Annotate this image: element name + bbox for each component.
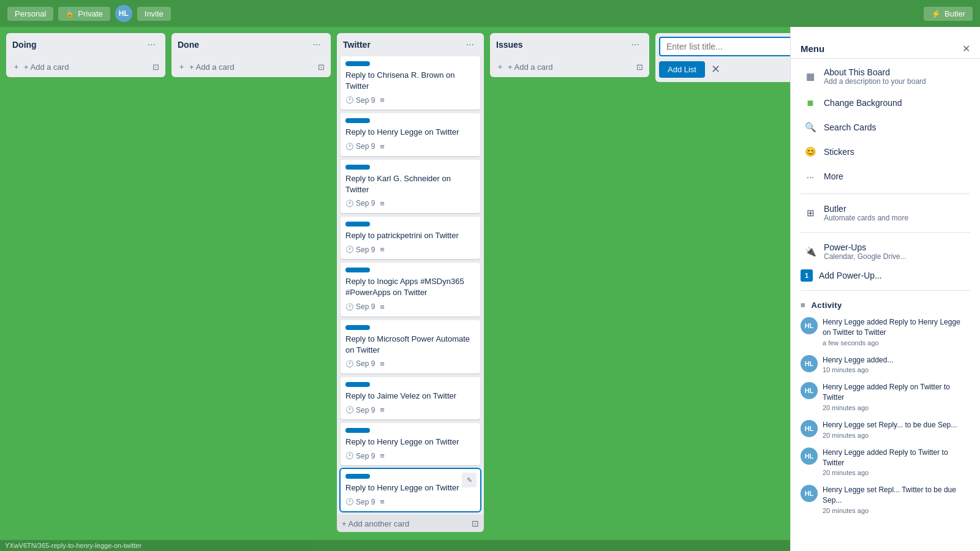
add-list-button[interactable]: Add List: [659, 61, 705, 78]
card-label: [345, 382, 370, 387]
power-ups-subtitle: Calendar, Google Drive...: [824, 252, 907, 261]
activity-heading: ≡ Activity: [791, 296, 980, 312]
card-date: 🕐 Sep 9: [345, 452, 375, 460]
power-up-badge: 1: [801, 269, 813, 282]
activity-time-2: 20 minutes ago: [823, 404, 970, 411]
activity-time-4: 20 minutes ago: [823, 469, 970, 476]
card-c6[interactable]: Reply to Microsoft Power Automate on Twi…: [341, 320, 480, 373]
activity-avatar-2: HL: [801, 382, 818, 399]
stickers-icon: 😊: [803, 144, 818, 159]
add-card-issues[interactable]: ＋ + Add a card ⊡: [490, 56, 649, 77]
list-menu-issues[interactable]: ···: [628, 38, 643, 51]
card-desc-icon: ≡: [380, 405, 385, 414]
card-desc-icon: ≡: [380, 359, 385, 369]
topbar-right: ⚡ Butler: [924, 7, 973, 21]
invite-button[interactable]: Invite: [137, 7, 171, 21]
card-meta: 🕐 Sep 9 ≡: [345, 199, 475, 208]
power-ups-icon: 🔌: [803, 244, 818, 259]
sidebar-butler[interactable]: ⊞ Butler Automate cards and more: [793, 199, 978, 227]
card-c5[interactable]: Reply to Inogic Apps #MSDyn365 #PowerApp…: [341, 263, 480, 316]
list-title-doing: Doing: [12, 40, 37, 50]
activity-avatar-5: HL: [801, 485, 818, 502]
sidebar-power-ups[interactable]: 🔌 Power-Ups Calendar, Google Drive...: [793, 238, 978, 266]
template-icon-issues: ⊡: [636, 62, 643, 72]
template-icon-done: ⊡: [318, 62, 325, 72]
sidebar-more[interactable]: ··· More: [793, 164, 978, 189]
about-text: About This Board Add a description to yo…: [824, 67, 926, 86]
card-date: 🕐 Sep 9: [345, 302, 375, 311]
list-menu-twitter[interactable]: ···: [462, 38, 478, 51]
activity-time-0: a few seconds ago: [823, 339, 970, 347]
card-edit-button[interactable]: ✎: [462, 473, 477, 487]
archive-icon-twitter: ⊡: [472, 519, 479, 528]
sidebar-change-background[interactable]: ■ Change Background: [793, 91, 978, 115]
activity-text-2: Henry Legge added Reply on Twitter to Tw…: [823, 382, 970, 403]
card-title: Reply to Microsoft Power Automate on Twi…: [345, 334, 475, 356]
sidebar-divider-2: [801, 232, 970, 233]
list-header-done: Done ···: [172, 33, 331, 56]
card-c8[interactable]: Reply to Henry Legge on Twitter 🕐 Sep 9 …: [341, 423, 480, 465]
activity-content-0: Henry Legge added Reply to Henry Legge o…: [823, 317, 970, 347]
list-doing: Doing ··· ＋ + Add a card ⊡: [6, 33, 165, 77]
card-meta: 🕐 Sep 9 ≡: [345, 451, 475, 460]
add-icon-issues: ＋: [496, 61, 504, 72]
activity-avatar-0: HL: [801, 317, 818, 334]
about-subtitle: Add a description to your board: [824, 77, 926, 86]
template-icon-doing: ⊡: [153, 62, 159, 72]
card-label: [345, 165, 370, 170]
clock-icon: 🕐: [345, 360, 354, 368]
card-c2[interactable]: Reply to Henry Legge on Twitter 🕐 Sep 9 …: [341, 113, 480, 156]
card-meta: 🕐 Sep 9 ≡: [345, 497, 475, 506]
card-desc-icon: ≡: [380, 497, 385, 506]
close-sidebar-button[interactable]: ✕: [962, 43, 970, 54]
card-c7[interactable]: Reply to Jaime Velez on Twitter 🕐 Sep 9 …: [341, 377, 480, 419]
add-card-done[interactable]: ＋ + Add a card ⊡: [172, 56, 331, 77]
card-label: [345, 325, 370, 330]
list-twitter: Twitter ··· Reply to Chrisena R. Brown o…: [337, 33, 484, 532]
activity-time-1: 10 minutes ago: [823, 366, 893, 373]
sidebar-search-cards[interactable]: 🔍 Search Cards: [793, 115, 978, 140]
search-icon: 🔍: [803, 120, 818, 135]
sidebar-stickers[interactable]: 😊 Stickers: [793, 140, 978, 164]
card-label: [345, 428, 370, 433]
card-c4[interactable]: Reply to patrickpetrini on Twitter 🕐 Sep…: [341, 217, 480, 259]
menu-title: Menu: [801, 43, 824, 54]
card-c3[interactable]: Reply to Karl G. Schneider on Twitter 🕐 …: [341, 160, 480, 213]
sidebar-divider-3: [801, 290, 970, 291]
activity-section: HL Henry Legge added Reply to Henry Legg…: [791, 312, 980, 528]
add-icon-done: ＋: [178, 61, 186, 72]
status-url: YXwV6TN/365-reply-to-henry-legge-on-twit…: [5, 542, 141, 549]
activity-item-3: HL Henry Legge set Reply... to be due Se…: [801, 420, 970, 439]
card-meta: 🕐 Sep 9 ≡: [345, 142, 475, 151]
card-title: Reply to patrickpetrini on Twitter: [345, 230, 475, 241]
activity-content-4: Henry Legge added Reply to Twitter to Tw…: [823, 448, 970, 477]
clock-icon: 🕐: [345, 498, 354, 506]
activity-icon: ≡: [801, 301, 805, 310]
list-menu-doing[interactable]: ···: [144, 38, 159, 51]
card-title: Reply to Chrisena R. Brown on Twitter: [345, 70, 475, 92]
lightning-icon: ⚡: [931, 9, 941, 18]
add-card-doing[interactable]: ＋ + Add a card ⊡: [6, 56, 165, 77]
card-c9[interactable]: Reply to Henry Legge on Twitter 🕐 Sep 9 …: [341, 469, 480, 511]
card-meta: 🕐 Sep 9 ≡: [345, 359, 475, 369]
cancel-list-button[interactable]: ✕: [709, 60, 723, 78]
card-desc-icon: ≡: [380, 142, 385, 151]
card-date: 🕐 Sep 9: [345, 199, 375, 208]
sidebar-about[interactable]: ▦ About This Board Add a description to …: [793, 62, 978, 91]
new-list-input[interactable]: [659, 37, 811, 56]
add-power-up-row[interactable]: 1 Add Power-Up...: [791, 266, 980, 285]
butler-button[interactable]: ⚡ Butler: [924, 7, 973, 21]
card-desc-icon: ≡: [380, 451, 385, 460]
private-button[interactable]: 🔒 Private: [58, 7, 110, 21]
add-another-card-twitter[interactable]: + Add another card ⊡: [337, 515, 484, 532]
activity-text-4: Henry Legge added Reply to Twitter to Tw…: [823, 448, 970, 468]
avatar[interactable]: HL: [115, 5, 132, 22]
activity-text-5: Henry Legge set Repl... Twitter to be du…: [823, 485, 970, 506]
card-c1[interactable]: Reply to Chrisena R. Brown on Twitter 🕐 …: [341, 56, 480, 110]
card-desc-icon: ≡: [380, 96, 385, 105]
list-menu-done[interactable]: ···: [309, 38, 325, 51]
activity-content-2: Henry Legge added Reply on Twitter to Tw…: [823, 382, 970, 411]
butler-text: Butler Automate cards and more: [824, 204, 908, 222]
personal-button[interactable]: Personal: [7, 7, 53, 21]
stickers-title: Stickers: [824, 147, 854, 157]
